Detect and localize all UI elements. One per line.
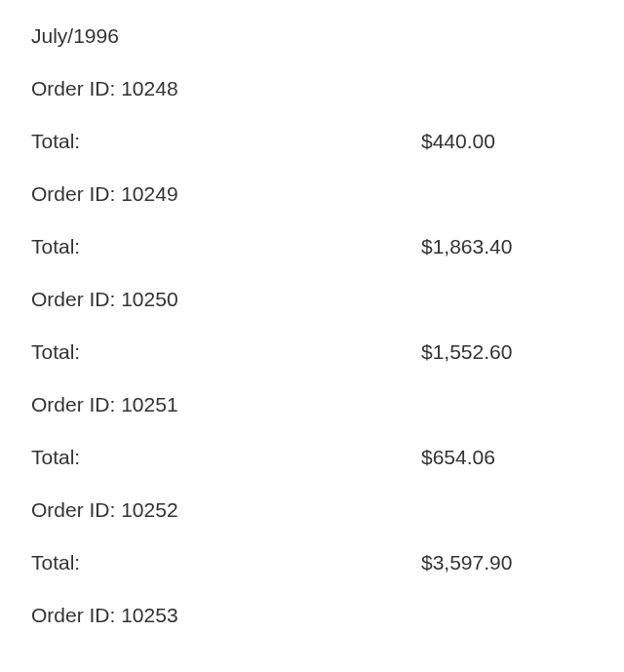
order-block: Order ID: 10252 Total: $3,597.90: [31, 498, 593, 574]
order-id-row: Order ID: 10252: [31, 498, 593, 522]
total-value: $3,597.90: [421, 551, 593, 574]
order-id-row: Order ID: 10253: [31, 604, 593, 627]
total-label: Total:: [31, 551, 421, 574]
order-id-label: Order ID:: [31, 393, 121, 415]
order-block: Order ID: 10251 Total: $654.06: [31, 393, 593, 469]
order-block: Order ID: 10249 Total: $1,863.40: [31, 182, 593, 258]
order-block: Order ID: 10248 Total: $440.00: [31, 77, 593, 153]
order-block: Order ID: 10253: [31, 604, 593, 627]
order-id-label: Order ID:: [31, 182, 121, 205]
total-value: $440.00: [421, 130, 593, 153]
order-id-value: 10248: [121, 77, 177, 99]
order-id-value: 10252: [121, 498, 177, 521]
total-label: Total:: [31, 130, 421, 153]
order-id-row: Order ID: 10251: [31, 393, 593, 416]
header-date: July/1996: [31, 24, 593, 48]
total-row: Total: $1,552.60: [31, 340, 593, 364]
order-id-value: 10250: [121, 288, 177, 310]
total-row: Total: $3,597.90: [31, 551, 593, 574]
order-id-label: Order ID:: [31, 604, 121, 626]
total-label: Total:: [31, 235, 421, 258]
order-id-label: Order ID:: [31, 498, 121, 521]
total-row: Total: $654.06: [31, 446, 593, 469]
order-id-value: 10249: [121, 182, 177, 205]
order-id-row: Order ID: 10249: [31, 182, 593, 206]
total-label: Total:: [31, 340, 421, 364]
total-value: $1,552.60: [421, 340, 593, 364]
order-id-row: Order ID: 10250: [31, 288, 593, 311]
total-value: $654.06: [421, 446, 593, 469]
total-value: $1,863.40: [421, 235, 593, 258]
order-id-value: 10251: [121, 393, 177, 415]
total-row: Total: $440.00: [31, 130, 593, 153]
order-block: Order ID: 10250 Total: $1,552.60: [31, 288, 593, 364]
order-id-value: 10253: [121, 604, 177, 626]
order-id-label: Order ID:: [31, 288, 121, 310]
order-id-row: Order ID: 10248: [31, 77, 593, 100]
total-label: Total:: [31, 446, 421, 469]
total-row: Total: $1,863.40: [31, 235, 593, 258]
order-id-label: Order ID:: [31, 77, 121, 99]
